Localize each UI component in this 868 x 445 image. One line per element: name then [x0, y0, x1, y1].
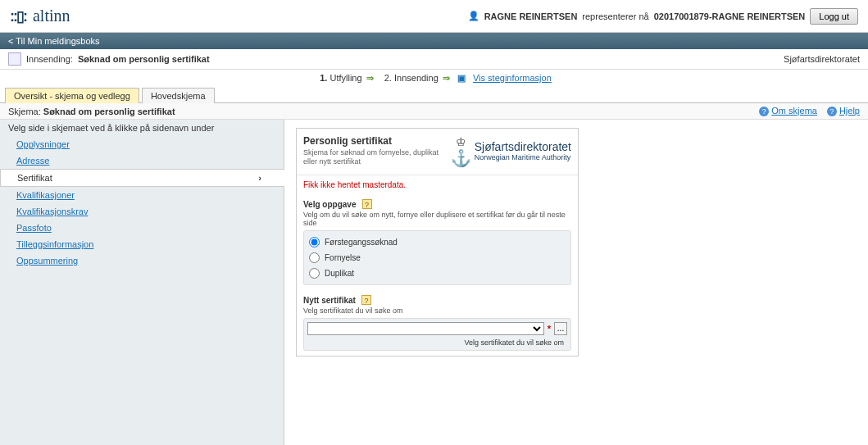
tab-main-form[interactable]: Hovedskjema — [142, 88, 215, 103]
submission-label: Innsending: — [26, 54, 73, 64]
info-icon: ? — [759, 107, 769, 116]
logo: ::▯: altinn — [10, 7, 70, 25]
arrow-icon: ⇒ — [443, 73, 450, 83]
sidebar-item-kvalifikasjonskrav[interactable]: Kvalifikasjonskrav — [0, 203, 284, 220]
form-subtitle: Skjema for søknad om fornyelse, duplikat… — [303, 148, 443, 166]
submission-owner: Sjøfartsdirektoratet — [784, 54, 860, 64]
schema-row: Skjema: Søknad om personlig sertifikat ?… — [0, 103, 868, 120]
info-icon: ? — [827, 107, 837, 116]
sidebar-item-tilleggsinformasjon[interactable]: Tilleggsinformasjon — [0, 236, 284, 252]
help-icon[interactable]: ? — [362, 199, 372, 209]
task-radio-group: Førstegangssøknad Fornyelse Duplikat — [303, 230, 571, 285]
logout-button[interactable]: Logg ut — [810, 8, 858, 25]
person-icon: 👤 — [468, 11, 479, 21]
certificate-select[interactable] — [307, 322, 544, 335]
user-name: RAGNE REINERTSEN — [484, 11, 578, 21]
schema-prefix: Skjema: — [8, 107, 41, 116]
list-button[interactable]: ... — [554, 322, 567, 335]
altinn-logo-icon: ::▯: — [10, 7, 26, 25]
help-icon[interactable]: ? — [361, 295, 371, 305]
form-title: Personlig sertifikat — [303, 135, 443, 147]
anchor-shield-icon: ⚓ — [451, 148, 471, 168]
task-label: Velg oppgave — [303, 200, 356, 209]
sidebar-item-kvalifikasjoner[interactable]: Kvalifikasjoner — [0, 187, 284, 203]
sidebar-item-opplysninger[interactable]: Opplysninger — [0, 136, 284, 152]
arrow-icon: ⇒ — [366, 73, 374, 83]
content-area: Personlig sertifikat Skjema for søknad o… — [284, 120, 868, 445]
schema-name: Søknad om personlig sertifikat — [43, 107, 175, 116]
represents-text: representerer nå — [582, 11, 648, 21]
radio-input-fornyelse[interactable] — [309, 252, 320, 263]
authority-name: Sjøfartsdirektoratet — [475, 141, 571, 153]
step-2-label: Innsending — [394, 73, 439, 83]
show-step-info-link[interactable]: Vis steginformasjon — [473, 73, 552, 83]
about-schema-link[interactable]: ?Om skjema — [759, 106, 817, 116]
sidebar: Velg side i skjemaet ved å klikke på sid… — [0, 120, 284, 445]
step-1-number: 1. — [320, 73, 327, 83]
step-1-label: Utfylling — [329, 73, 361, 83]
tabs-row: Oversikt - skjema og vedlegg Hovedskjema — [0, 87, 868, 103]
sidebar-header: Velg side i skjemaet ved å klikke på sid… — [0, 120, 284, 136]
authority-logo: ♔ ⚓ Sjøfartsdirektoratet Norwegian Marit… — [451, 135, 571, 168]
step-2-number: 2. — [384, 73, 392, 83]
top-header: ::▯: altinn 👤 RAGNE REINERTSEN represent… — [0, 0, 868, 33]
document-icon — [8, 52, 21, 66]
sidebar-item-adresse[interactable]: Adresse — [0, 152, 284, 169]
authority-subtitle: Norwegian Maritime Authority — [475, 154, 571, 162]
submission-bar: Innsending: Søknad om personlig sertifik… — [0, 49, 868, 70]
back-to-inbox-link[interactable]: < Til Min meldingsboks — [8, 36, 100, 46]
select-hint: Velg sertifikatet du vil søke om — [307, 338, 567, 347]
user-info: 👤 RAGNE REINERTSEN representerer nå 0201… — [468, 8, 858, 25]
newcert-description: Velg sertifikatet du vil søke om — [303, 307, 571, 315]
radio-forstegangssoknad[interactable]: Førstegangssøknad — [309, 234, 566, 250]
radio-input-forstegang[interactable] — [309, 237, 320, 247]
represents-id: 02017001879-RAGNE REINERTSEN — [654, 11, 806, 21]
radio-fornyelse[interactable]: Fornyelse — [309, 250, 566, 266]
crown-icon: ♔ — [456, 135, 466, 148]
sidebar-item-oppsummering[interactable]: Oppsummering — [0, 252, 284, 269]
chevron-right-icon: › — [258, 173, 268, 183]
sidebar-item-passfoto[interactable]: Passfoto — [0, 220, 284, 236]
sidebar-item-label: Sertifikat — [17, 173, 52, 183]
form-panel: Personlig sertifikat Skjema for søknad o… — [296, 128, 579, 356]
task-description: Velg om du vil søke om nytt, fornye elle… — [303, 211, 571, 227]
sidebar-item-sertifikat[interactable]: Sertifikat › — [0, 169, 284, 187]
radio-input-duplikat[interactable] — [309, 268, 320, 279]
tab-overview[interactable]: Oversikt - skjema og vedlegg — [5, 88, 139, 103]
required-star-icon: * — [548, 324, 551, 334]
navbar: < Til Min meldingsboks — [0, 33, 868, 49]
help-link[interactable]: ?Hjelp — [827, 106, 860, 116]
error-message: Fikk ikke hentet masterdata. — [303, 180, 571, 189]
newcert-label: Nytt sertifikat — [303, 296, 356, 305]
plus-icon: ▣ — [457, 73, 466, 83]
altinn-logo-text: altinn — [33, 7, 70, 25]
steps-row: 1. Utfylling ⇒ 2. Innsending ⇒ ▣ Vis ste… — [0, 70, 868, 87]
submission-title: Søknad om personlig sertifikat — [78, 54, 210, 64]
radio-duplikat[interactable]: Duplikat — [309, 266, 566, 281]
